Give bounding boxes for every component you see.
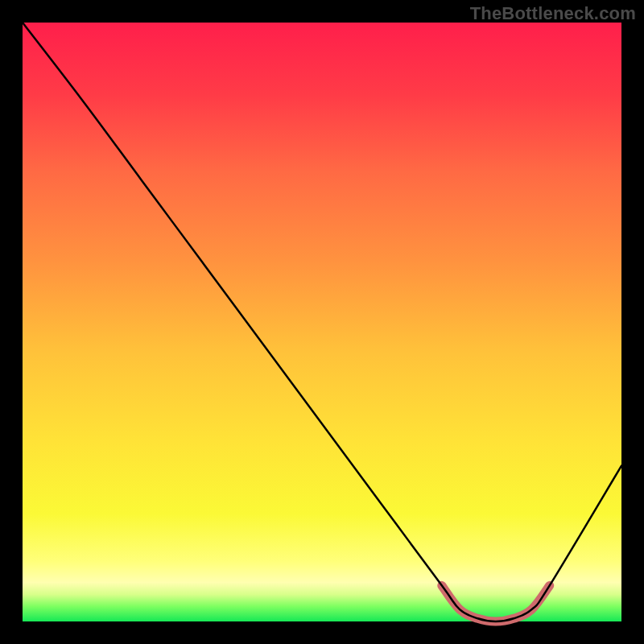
chart-frame: TheBottleneck.com	[0, 0, 644, 644]
bottleneck-chart	[0, 0, 644, 644]
gradient-background	[23, 23, 621, 621]
watermark-text: TheBottleneck.com	[470, 3, 636, 24]
